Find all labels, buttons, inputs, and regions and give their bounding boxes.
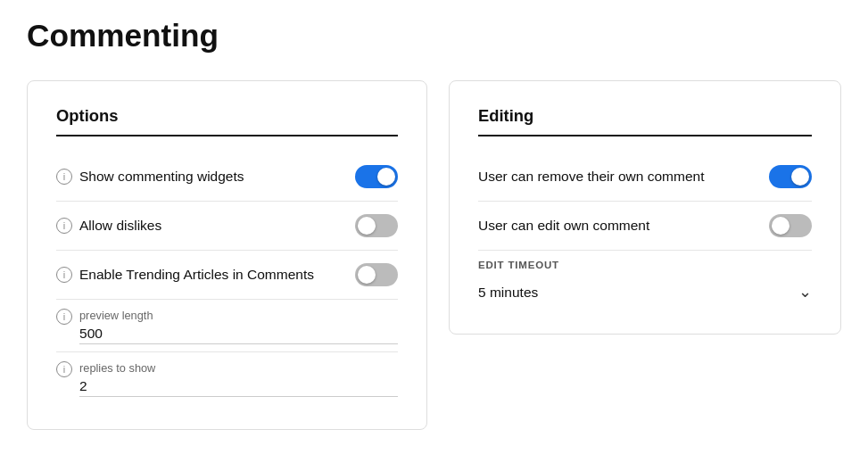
edit-timeout-label: EDIT TIMEOUT [478, 260, 812, 270]
page-title: Commenting [27, 18, 841, 54]
setting-label-show-commenting-widgets: i Show commenting widgets [56, 169, 244, 185]
setting-label-user-edit-comment: User can edit own comment [478, 218, 649, 234]
replies-to-show-label: replies to show [79, 361, 398, 375]
setting-row-enable-trending: i Enable Trending Articles in Comments [56, 251, 398, 300]
setting-label-allow-dislikes: i Allow dislikes [56, 218, 161, 234]
info-icon-enable-trending[interactable]: i [56, 267, 72, 283]
setting-text-allow-dislikes: Allow dislikes [79, 218, 161, 234]
replies-to-show-row: i replies to show [56, 361, 398, 397]
preview-length-row: i preview length [56, 309, 398, 344]
setting-row-user-edit-comment: User can edit own comment [478, 202, 812, 251]
setting-text-enable-trending: Enable Trending Articles in Comments [79, 267, 314, 283]
toggle-slider-user-edit-comment [769, 214, 812, 237]
setting-label-user-remove-comment: User can remove their own comment [478, 169, 705, 185]
toggle-show-commenting-widgets[interactable] [355, 165, 398, 188]
replies-to-show-field-inner: replies to show [79, 361, 398, 397]
edit-timeout-section: EDIT TIMEOUT 5 minutes ⌄ [478, 260, 812, 309]
setting-text-show-commenting-widgets: Show commenting widgets [79, 169, 244, 185]
edit-timeout-value: 5 minutes [478, 285, 538, 301]
replies-to-show-wrap: i replies to show [56, 352, 398, 404]
info-icon-allow-dislikes[interactable]: i [56, 218, 72, 234]
editing-panel: Editing User can remove their own commen… [449, 80, 841, 335]
edit-timeout-dropdown[interactable]: 5 minutes ⌄ [478, 276, 812, 309]
chevron-down-icon: ⌄ [798, 283, 812, 302]
setting-text-user-remove-comment: User can remove their own comment [478, 169, 705, 185]
preview-length-field-inner: preview length [79, 309, 398, 344]
options-divider [56, 135, 398, 136]
info-icon-replies-to-show[interactable]: i [56, 361, 72, 377]
setting-text-user-edit-comment: User can edit own comment [478, 218, 649, 234]
replies-to-show-input[interactable] [79, 376, 398, 396]
toggle-allow-dislikes[interactable] [355, 214, 398, 237]
panels-container: Options i Show commenting widgets i Allo… [27, 80, 841, 430]
toggle-slider-user-remove-comment [769, 165, 812, 188]
toggle-slider-enable-trending [355, 263, 398, 286]
toggle-slider-allow-dislikes [355, 214, 398, 237]
preview-length-wrap: i preview length [56, 300, 398, 352]
preview-length-underline [79, 324, 398, 344]
info-icon-preview-length[interactable]: i [56, 309, 72, 325]
setting-label-enable-trending: i Enable Trending Articles in Comments [56, 267, 314, 283]
setting-row-show-commenting-widgets: i Show commenting widgets [56, 153, 398, 202]
setting-row-allow-dislikes: i Allow dislikes [56, 202, 398, 251]
toggle-user-edit-comment[interactable] [769, 214, 812, 237]
editing-divider [478, 135, 812, 136]
toggle-slider-show-commenting-widgets [355, 165, 398, 188]
preview-length-label: preview length [79, 309, 398, 322]
toggle-user-remove-comment[interactable] [769, 165, 812, 188]
options-panel-title: Options [56, 106, 398, 126]
toggle-enable-trending[interactable] [355, 263, 398, 286]
setting-row-user-remove-comment: User can remove their own comment [478, 153, 812, 202]
info-icon-show-commenting-widgets[interactable]: i [56, 169, 72, 185]
options-panel: Options i Show commenting widgets i Allo… [27, 80, 427, 430]
replies-to-show-underline [79, 376, 398, 397]
editing-panel-title: Editing [478, 106, 812, 126]
preview-length-input[interactable] [79, 324, 398, 343]
